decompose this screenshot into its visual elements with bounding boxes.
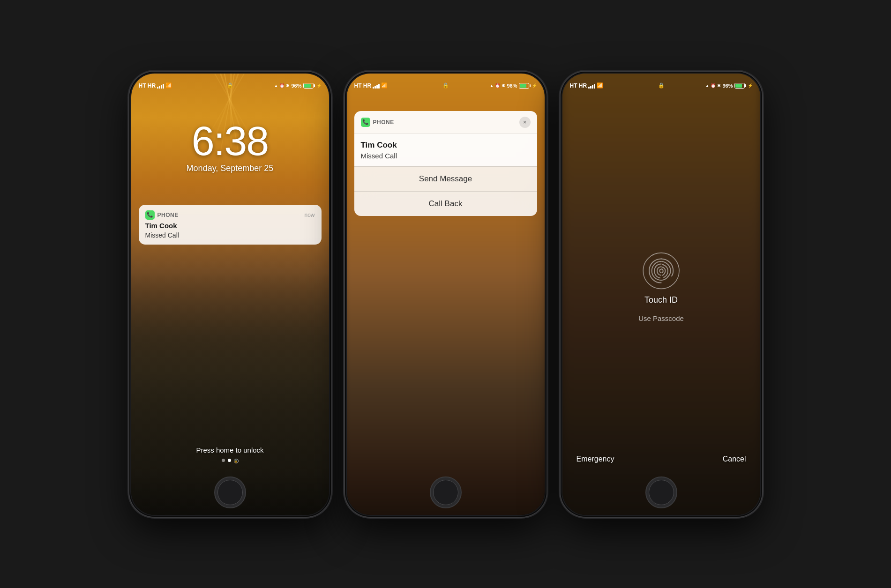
touchid-center-block: Touch ID Use Passcode (638, 252, 684, 322)
expanded-contact-name: Tim Cook (361, 141, 531, 150)
status-bar-lockscreen: HT HR 📶 🔒 ▲ ⏰ (131, 74, 329, 94)
signal-icon-2 (373, 83, 380, 89)
home-button-1[interactable] (214, 476, 246, 508)
send-message-button[interactable]: Send Message (354, 166, 537, 191)
status-bar-touchid: HT HR 📶 🔒 ▲ ⏰ (562, 74, 760, 94)
charging-icon: ⚡ (316, 83, 322, 88)
location-icon-3: ▲ (705, 83, 710, 88)
carrier-label: HT HR (139, 82, 156, 89)
bluetooth-icon: ✱ (286, 83, 290, 88)
battery-icon (303, 83, 315, 89)
fingerprint-icon (643, 252, 680, 290)
lockscreen-time-block: 6:38 Monday, September 25 (131, 120, 329, 173)
charging-icon-2: ⚡ (532, 83, 537, 88)
signal-icon-3 (588, 83, 595, 89)
phone-app-icon-2: 📞 (361, 118, 370, 127)
battery-icon-3 (734, 83, 746, 89)
press-home-label: Press home to unlock (131, 446, 329, 454)
notif-timestamp: now (304, 212, 314, 218)
home-button-2[interactable] (430, 476, 462, 508)
carrier-label-3: HT HR (570, 82, 587, 89)
use-passcode-button[interactable]: Use Passcode (638, 314, 684, 322)
call-back-button[interactable]: Call Back (354, 191, 537, 216)
emergency-button[interactable]: Emergency (577, 455, 614, 463)
phone-app-icon: 📞 (145, 210, 155, 220)
expanded-app-info: 📞 PHONE (361, 118, 394, 127)
status-bar-expanded: HT HR 📶 🔒 ▲ ⏰ (347, 74, 545, 94)
page-indicator: 🔒 (131, 459, 329, 463)
notif-contact-name: Tim Cook (145, 222, 315, 230)
wifi-icon: 📶 (165, 82, 172, 89)
touchid-bottom-bar: Emergency Cancel (562, 455, 760, 463)
bluetooth-icon-3: ✱ (717, 83, 721, 88)
expanded-app-name: PHONE (373, 119, 394, 126)
wifi-icon-3: 📶 (597, 82, 603, 89)
wifi-icon-2: 📶 (381, 82, 388, 89)
battery-percentage: 96% (291, 83, 301, 89)
dot-1 (222, 459, 225, 462)
home-button-3[interactable] (645, 476, 677, 508)
time-display: 6:38 (131, 120, 329, 162)
phones-container: HT HR 📶 🔒 ▲ ⏰ (129, 72, 762, 517)
touch-id-label: Touch ID (638, 295, 684, 305)
expanded-screen: HT HR 📶 🔒 ▲ ⏰ (347, 74, 545, 515)
lock-icon: 🔒 (227, 82, 233, 88)
alarm-icon: ⏰ (279, 83, 285, 88)
lock-icon-3: 🔒 (658, 82, 665, 88)
charging-icon-3: ⚡ (748, 83, 753, 88)
expanded-notif-body: Tim Cook Missed Call (354, 134, 537, 166)
battery-icon-2 (519, 83, 531, 89)
expanded-missed-call: Missed Call (361, 152, 531, 160)
svg-point-0 (643, 253, 679, 289)
cloud-overlay (131, 228, 329, 514)
lock-bottom: Press home to unlock 🔒 (131, 446, 329, 463)
dot-2 (228, 459, 231, 462)
carrier-label-2: HT HR (354, 82, 372, 89)
touchid-screen: HT HR 📶 🔒 ▲ ⏰ (562, 74, 760, 515)
iphone-touchid: HT HR 📶 🔒 ▲ ⏰ (561, 72, 762, 517)
alarm-icon-3: ⏰ (711, 83, 716, 88)
notif-app-info: 📞 PHONE (145, 210, 179, 220)
bluetooth-icon-2: ✱ (502, 83, 505, 88)
date-display: Monday, September 25 (131, 164, 329, 173)
alarm-icon-2: ⏰ (495, 83, 500, 88)
lock-icon-2: 🔒 (442, 82, 449, 88)
lockscreen-screen: HT HR 📶 🔒 ▲ ⏰ (131, 74, 329, 515)
notification-card[interactable]: 📞 PHONE now Tim Cook Missed Call (139, 205, 322, 245)
expanded-notif-header: 📞 PHONE × (354, 111, 537, 134)
location-icon-2: ▲ (490, 83, 494, 88)
iphone-expanded: HT HR 📶 🔒 ▲ ⏰ (345, 72, 547, 517)
dot-lock: 🔒 (234, 459, 239, 463)
location-icon: ▲ (274, 83, 278, 88)
notif-message: Missed Call (145, 231, 315, 239)
close-notification-button[interactable]: × (519, 117, 531, 128)
battery-pct-2: 96% (507, 83, 517, 89)
battery-pct-3: 96% (722, 83, 733, 89)
iphone-lockscreen: HT HR 📶 🔒 ▲ ⏰ (129, 72, 331, 517)
notif-app-name: PHONE (157, 212, 179, 218)
expanded-notification: 📞 PHONE × Tim Cook Missed Call Send Mess… (354, 111, 537, 216)
cancel-button[interactable]: Cancel (723, 455, 746, 463)
signal-icon (157, 83, 164, 89)
